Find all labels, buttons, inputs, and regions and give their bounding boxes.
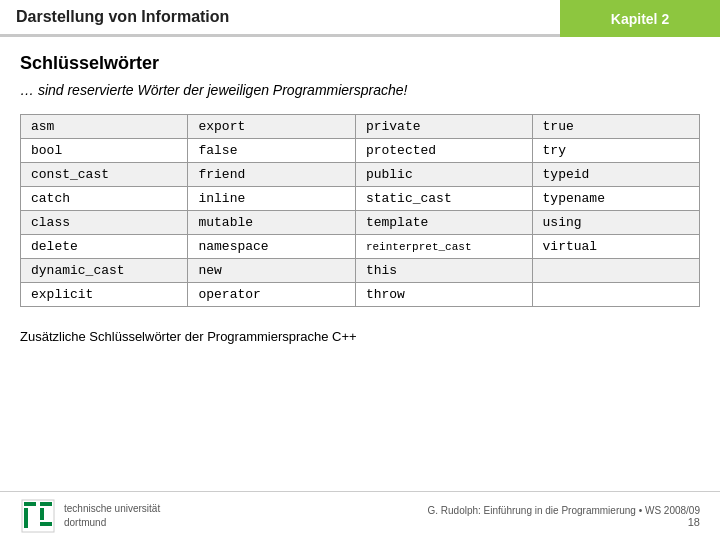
logo-line1: technische universität xyxy=(64,502,160,516)
table-cell: virtual xyxy=(532,235,699,259)
table-cell: false xyxy=(188,139,355,163)
table-cell: export xyxy=(188,115,355,139)
table-cell: bool xyxy=(21,139,188,163)
section-subtitle: … sind reservierte Wörter der jeweiligen… xyxy=(20,82,700,98)
table-cell: static_cast xyxy=(355,187,532,211)
table-cell: throw xyxy=(355,283,532,307)
table-row: boolfalseprotectedtry xyxy=(21,139,700,163)
table-row: asmexportprivatetrue xyxy=(21,115,700,139)
table-cell: new xyxy=(188,259,355,283)
bottom-bar: technische universität dortmund G. Rudol… xyxy=(0,491,720,540)
table-row: catchinlinestatic_casttypename xyxy=(21,187,700,211)
table-cell: true xyxy=(532,115,699,139)
table-row: deletenamespacereinterpret_castvirtual xyxy=(21,235,700,259)
table-cell: protected xyxy=(355,139,532,163)
svg-rect-5 xyxy=(40,522,52,526)
svg-rect-1 xyxy=(24,502,36,506)
table-cell: reinterpret_cast xyxy=(355,235,532,259)
table-body: asmexportprivatetrueboolfalseprotectedtr… xyxy=(21,115,700,307)
table-cell: operator xyxy=(188,283,355,307)
title-section: Darstellung von Information xyxy=(0,0,560,37)
table-cell: this xyxy=(355,259,532,283)
table-cell xyxy=(532,259,699,283)
table-cell: asm xyxy=(21,115,188,139)
table-cell: const_cast xyxy=(21,163,188,187)
table-row: explicitoperatorthrow xyxy=(21,283,700,307)
header-bar: Darstellung von Information Kapitel 2 xyxy=(0,0,720,37)
section-title: Schlüsselwörter xyxy=(20,53,700,74)
table-cell: delete xyxy=(21,235,188,259)
table-row: const_castfriendpublictypeid xyxy=(21,163,700,187)
table-cell: template xyxy=(355,211,532,235)
logo-area: technische universität dortmund xyxy=(20,498,160,534)
footer: Zusätzliche Schlüsselwörter der Programm… xyxy=(0,329,720,344)
table-cell: namespace xyxy=(188,235,355,259)
footer-note: Zusätzliche Schlüsselwörter der Programm… xyxy=(20,329,700,344)
table-cell: inline xyxy=(188,187,355,211)
table-cell: typename xyxy=(532,187,699,211)
logo-text: technische universität dortmund xyxy=(64,502,160,530)
logo-line2: dortmund xyxy=(64,516,160,530)
table-cell: explicit xyxy=(21,283,188,307)
table-cell: using xyxy=(532,211,699,235)
kapitel-badge: Kapitel 2 xyxy=(560,0,720,37)
table-cell: try xyxy=(532,139,699,163)
table-cell: typeid xyxy=(532,163,699,187)
table-row: dynamic_castnewthis xyxy=(21,259,700,283)
table-cell: private xyxy=(355,115,532,139)
page-title: Darstellung von Information xyxy=(16,8,229,26)
keywords-table: asmexportprivatetrueboolfalseprotectedtr… xyxy=(20,114,700,307)
table-cell xyxy=(532,283,699,307)
svg-rect-2 xyxy=(24,508,28,528)
page-number: 18 xyxy=(427,516,700,528)
table-row: classmutabletemplateusing xyxy=(21,211,700,235)
svg-rect-3 xyxy=(40,502,52,506)
table-cell: mutable xyxy=(188,211,355,235)
table-cell: public xyxy=(355,163,532,187)
tu-logo-icon xyxy=(20,498,56,534)
citation-text: G. Rudolph: Einführung in die Programmie… xyxy=(427,505,700,516)
main-content: Schlüsselwörter … sind reservierte Wörte… xyxy=(0,37,720,329)
svg-rect-4 xyxy=(40,508,44,520)
table-cell: dynamic_cast xyxy=(21,259,188,283)
table-cell: catch xyxy=(21,187,188,211)
table-cell: friend xyxy=(188,163,355,187)
table-cell: class xyxy=(21,211,188,235)
